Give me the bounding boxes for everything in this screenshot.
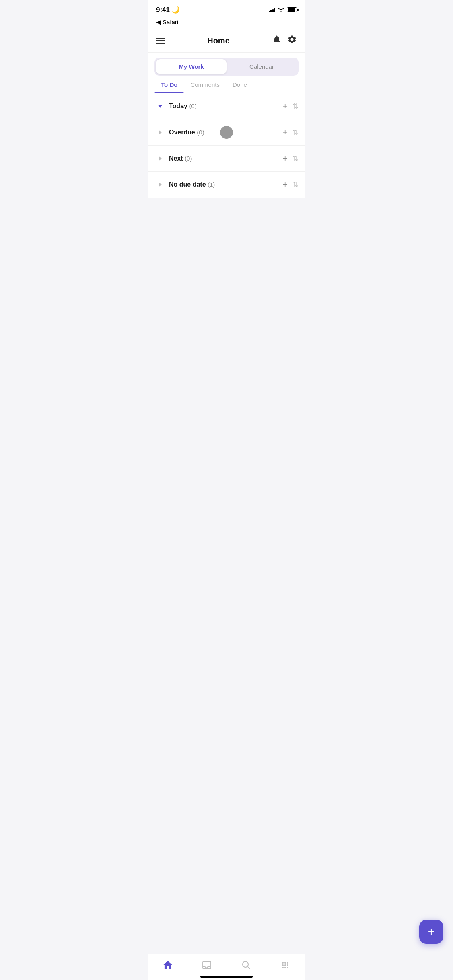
today-actions: + ⇅ xyxy=(282,102,299,111)
sub-tab-container: To Do Comments Done xyxy=(148,76,305,93)
main-tabs: My Work Calendar xyxy=(154,58,299,76)
status-bar: 9:41 🌙 xyxy=(148,0,305,16)
hamburger-menu-button[interactable] xyxy=(156,38,165,44)
safari-nav[interactable]: ◀ Safari xyxy=(148,16,305,30)
next-add-button[interactable]: + xyxy=(282,154,288,163)
no-due-date-add-button[interactable]: + xyxy=(282,180,288,189)
tab-todo[interactable]: To Do xyxy=(154,76,184,93)
no-due-date-expand-button[interactable] xyxy=(154,179,166,190)
main-tab-container: My Work Calendar xyxy=(148,53,305,76)
overdue-sort-button[interactable]: ⇅ xyxy=(292,129,299,136)
next-label: Next (0) xyxy=(169,155,282,162)
overdue-add-button[interactable]: + xyxy=(282,128,288,137)
overdue-actions: + ⇅ xyxy=(282,128,299,137)
next-expand-button[interactable] xyxy=(154,153,166,164)
wifi-icon xyxy=(278,7,284,13)
chevron-right-icon xyxy=(159,182,162,187)
today-add-button[interactable]: + xyxy=(282,102,288,111)
app-header: Home xyxy=(148,30,305,53)
status-time: 9:41 🌙 xyxy=(156,6,180,14)
no-due-date-actions: + ⇅ xyxy=(282,180,299,189)
next-actions: + ⇅ xyxy=(282,154,299,163)
section-no-due-date: No due date (1) + ⇅ xyxy=(148,172,305,198)
tab-my-work[interactable]: My Work xyxy=(156,59,226,74)
no-due-date-label: No due date (1) xyxy=(169,181,282,188)
chevron-down-icon xyxy=(158,105,163,108)
section-today: Today (0) + ⇅ xyxy=(148,93,305,119)
chevron-right-icon xyxy=(159,130,162,135)
tab-done[interactable]: Done xyxy=(226,76,253,93)
page-title: Home xyxy=(207,36,230,45)
status-icons xyxy=(269,7,297,13)
back-arrow-icon: ◀ xyxy=(156,18,161,26)
gear-icon[interactable] xyxy=(287,35,297,47)
today-sort-button[interactable]: ⇅ xyxy=(292,103,299,109)
signal-icon xyxy=(269,8,276,12)
section-next: Next (0) + ⇅ xyxy=(148,146,305,172)
battery-icon xyxy=(287,7,297,12)
overdue-expand-button[interactable] xyxy=(154,127,166,138)
drag-handle[interactable] xyxy=(220,126,233,139)
time-text: 9:41 xyxy=(156,6,170,14)
next-sort-button[interactable]: ⇅ xyxy=(292,155,299,162)
chevron-right-icon xyxy=(159,156,162,161)
content-area: Today (0) + ⇅ Overdue (0) + ⇅ Next (0) +… xyxy=(148,93,305,319)
empty-area xyxy=(148,198,305,319)
safari-back-label: Safari xyxy=(163,19,178,25)
moon-icon: 🌙 xyxy=(171,6,180,14)
bell-icon[interactable] xyxy=(272,35,282,47)
tab-calendar[interactable]: Calendar xyxy=(226,59,297,74)
today-label: Today (0) xyxy=(169,103,282,110)
header-icons xyxy=(272,35,297,47)
today-expand-button[interactable] xyxy=(154,101,166,112)
section-overdue: Overdue (0) + ⇅ xyxy=(148,119,305,146)
tab-comments[interactable]: Comments xyxy=(184,76,226,93)
no-due-date-sort-button[interactable]: ⇅ xyxy=(292,181,299,188)
